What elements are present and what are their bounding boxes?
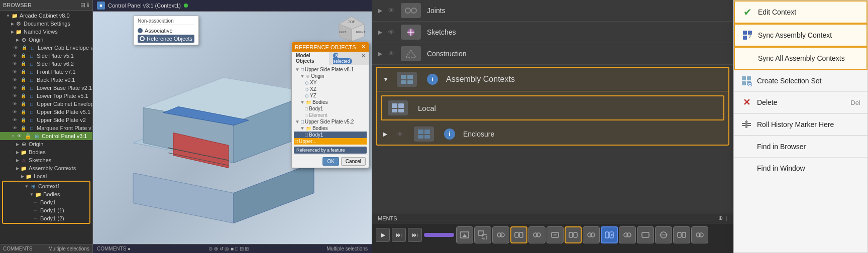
ref-bodies-1[interactable]: ▼ 📁 Bodies: [294, 99, 367, 105]
tree-control-panel[interactable]: ▼ 👁 🔒 ⊞ Control Panel v3:1: [0, 132, 92, 140]
viewport-3d[interactable]: Non-association Associative Reference Ob…: [93, 12, 372, 244]
skip-end-btn[interactable]: ⏭: [408, 228, 422, 242]
ref-tabs: Model Objects 8 selected ✕: [292, 52, 369, 65]
ref-yz[interactable]: ◇ YZ: [294, 92, 367, 99]
tree-label: Front Plate v7.1: [37, 69, 76, 75]
tree-upper-side-1[interactable]: 👁 🔒 □ Upper Side Plate v5.1: [0, 108, 92, 116]
tl-select[interactable]: [474, 226, 491, 243]
tree-front-plate[interactable]: 👁 🔒 □ Front Plate v7.1: [0, 68, 92, 76]
ok-button[interactable]: OK: [322, 157, 339, 166]
divider-icon: |: [726, 215, 727, 221]
ref-upper-side-2[interactable]: ▼ □ Upper Side Plate v5.2: [294, 118, 367, 125]
expand-arrow: ▶: [21, 174, 24, 179]
feature-construction[interactable]: ▶ 👁 Construction: [372, 43, 733, 65]
tl-box1[interactable]: [456, 226, 473, 243]
ref-xz[interactable]: ◇ XZ: [294, 86, 367, 92]
tl-link2[interactable]: [565, 226, 582, 243]
tree-lower-top[interactable]: 👁 🔒 □ Lower Top Plate v5.1: [0, 92, 92, 100]
tree-cp-bodies[interactable]: ▶ 📁 Bodies: [0, 148, 92, 156]
tree-marquee-front[interactable]: 👁 🔒 □ Marquee Front Plate v1:1: [0, 124, 92, 132]
tl-chain5[interactable]: [619, 226, 636, 243]
tab-selected[interactable]: 8 selected: [329, 52, 358, 65]
ref-item-label: XY: [310, 80, 316, 85]
ctx-sync-all[interactable]: Sync All Assembly Contexts: [734, 47, 867, 70]
ref-body1-2[interactable]: □ Body1: [294, 132, 367, 138]
folder-icon: 📁: [25, 173, 32, 180]
tree-cp-origin[interactable]: ▶ ⊕ Origin: [0, 140, 92, 148]
ctx-delete[interactable]: ✕ Delete Del: [734, 92, 867, 113]
play-btn[interactable]: ▶: [376, 228, 390, 242]
ctx-edit-context[interactable]: ✔ Edit Context: [734, 1, 867, 24]
tree-context1[interactable]: ▼ ⊞ Context1: [4, 182, 89, 190]
tree-label: Upper Cabinet Envelope v2.1: [37, 101, 92, 107]
tab-model-objects[interactable]: Model Objects: [292, 52, 329, 65]
ctx-find-browser[interactable]: Find in Browser: [734, 136, 867, 158]
ref-upper-partial[interactable]: □ Upper...: [294, 138, 367, 145]
tree-named-views[interactable]: ▶ 📁 Named Views: [0, 28, 92, 36]
feature-sketches[interactable]: ▶ 👁 Sketches: [372, 22, 733, 43]
tree-root[interactable]: ▼ 📁 Arcade Cabinet v8.0: [0, 12, 92, 20]
tree-upper-cab[interactable]: 👁 🔒 □ Upper Cabinet Envelope v2.1: [0, 100, 92, 108]
origin-icon: ⊕: [20, 36, 27, 43]
ref-xy[interactable]: ◇ XY: [294, 79, 367, 86]
tree-lower-base[interactable]: 👁 🔒 □ Lower Base Plate v2.1: [0, 84, 92, 92]
expand-arrow: ▼: [6, 14, 10, 18]
ref-body1-1[interactable]: □ Body1: [294, 105, 367, 112]
tl-link4[interactable]: [691, 226, 708, 243]
tree-bodies[interactable]: ▼ 📁 Bodies: [4, 190, 89, 198]
tree-upper-side-2[interactable]: 👁 🔒 □ Upper Side Plate v2: [0, 116, 92, 124]
tree-body1[interactable]: → Body1: [4, 198, 89, 206]
tree-cp-sketches[interactable]: ▶ △ Sketches: [0, 156, 92, 164]
ctx-sync-assembly[interactable]: Sync Assembly Context: [734, 24, 867, 47]
assembly-contexts-header[interactable]: ▼ i Assembly Contexts: [377, 68, 728, 91]
ref-close-btn[interactable]: ✕: [361, 44, 366, 50]
sketch-icon: △: [20, 157, 27, 164]
ref-origin[interactable]: ▼ ⊕ Origin: [294, 73, 367, 79]
close-x[interactable]: ✕: [358, 52, 369, 65]
ctx-roll-history[interactable]: Roll History Marker Here: [734, 114, 867, 136]
tl-chain3[interactable]: [547, 226, 564, 243]
tree-body1-2[interactable]: → Body1 (2): [4, 214, 89, 222]
tl-chain2[interactable]: [528, 226, 546, 243]
tl-link3-active[interactable]: [601, 226, 618, 243]
assoc-ref-objects[interactable]: Reference Objects: [138, 35, 194, 43]
ref-element[interactable]: □ Element: [294, 112, 367, 118]
add-icon[interactable]: ⊕: [718, 215, 723, 221]
lock-icon: 🔒: [20, 76, 27, 83]
cp-header-icon: ■: [97, 2, 105, 10]
tree-body1-1[interactable]: → Body1 (1): [4, 206, 89, 214]
tree-lower-cab[interactable]: 👁 🔒 □ Lower Cab Envelope v5.1: [0, 44, 92, 52]
step-forward-btn[interactable]: ⏭: [392, 228, 406, 242]
ref-upper-side-1[interactable]: ▼ □ Upper Side Plate v8.1: [294, 66, 367, 73]
local-item[interactable]: Local: [381, 95, 724, 120]
tl-chain1[interactable]: [492, 226, 509, 243]
ctx-find-window[interactable]: Find in Window: [734, 158, 867, 179]
tree-back-plate[interactable]: 👁 🔒 □ Back Plate v0.1: [0, 76, 92, 84]
eye-icon: 👁: [397, 131, 407, 138]
tl-chain7[interactable]: [655, 226, 672, 243]
svg-rect-28: [401, 80, 406, 84]
enclosure-item[interactable]: ▶ 👁 i Enclosure: [377, 123, 728, 145]
assoc-dropdown[interactable]: Non-association Associative Reference Ob…: [133, 16, 199, 45]
tree-doc-settings[interactable]: ▶ ⚙ Document Settings: [0, 20, 92, 28]
svg-rect-66: [678, 232, 681, 237]
viewcube[interactable]: TOP LEFT RIGHT: [337, 14, 367, 44]
viewport-area: ■ Control Panel v3:1 (Context1) Non-asso…: [93, 0, 372, 253]
tree-side-plate-1[interactable]: 👁 🔒 □ Side Plate v5.1: [0, 52, 92, 60]
assoc-associative[interactable]: Associative: [138, 27, 194, 35]
svg-point-56: [591, 233, 595, 237]
tree-origin[interactable]: ▶ ⊕ Origin: [0, 36, 92, 44]
svg-rect-63: [642, 232, 649, 237]
ref-bodies-2[interactable]: ▼ 📁 Bodies: [294, 125, 367, 132]
tl-link1[interactable]: [510, 226, 527, 243]
ctx-create-selection[interactable]: + Create Selection Set: [734, 70, 867, 92]
tree-cp-assembly[interactable]: ▶ 📁 Assembly Contexts: [0, 164, 92, 172]
tl-chain6[interactable]: [637, 226, 654, 243]
tl-chain4[interactable]: [583, 226, 600, 243]
tree-side-plate-2[interactable]: 👁 🔒 □ Side Plate v6.2: [0, 60, 92, 68]
tl-chain8[interactable]: [673, 226, 690, 243]
cancel-button[interactable]: Cancel: [341, 157, 366, 166]
tree-cp-local[interactable]: ▶ 📁 Local: [0, 172, 92, 180]
ref-objects-dialog[interactable]: REFERENCE OBJECTS ✕ Model Objects 8 sele…: [291, 42, 369, 168]
feature-joints[interactable]: ▶ 👁 Joints: [372, 0, 733, 22]
